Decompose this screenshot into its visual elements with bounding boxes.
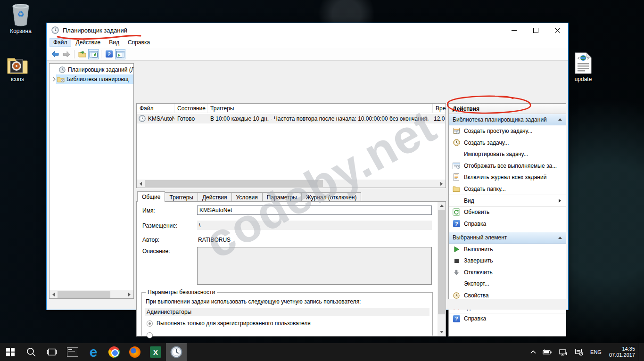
- action-label: Включить журнал всех заданий: [464, 174, 546, 180]
- help-toolbar-icon[interactable]: ?: [104, 49, 114, 59]
- scroll-right-button[interactable]: [438, 180, 446, 188]
- action-label: Создать задачу...: [464, 139, 509, 146]
- task-scheduler-taskbar-button[interactable]: [166, 343, 187, 361]
- action-enable-all-tasks-history[interactable]: Включить журнал всех заданий: [449, 172, 566, 183]
- menu-view[interactable]: Вид: [105, 38, 123, 47]
- action-label: Создать простую задачу...: [464, 128, 532, 134]
- refresh-icon: [452, 208, 461, 216]
- language-indicator[interactable]: ENG: [590, 349, 602, 355]
- action-end[interactable]: Завершить: [449, 255, 566, 267]
- tree-root-node[interactable]: Планировщик заданий (Лок: [50, 65, 133, 74]
- scroll-down-button[interactable]: [438, 328, 446, 336]
- task-view-button[interactable]: [41, 343, 62, 361]
- scrollbar-thumb[interactable]: [438, 210, 445, 314]
- menu-help[interactable]: Справка: [124, 38, 154, 47]
- tab-settings[interactable]: Параметры: [262, 192, 302, 202]
- clock[interactable]: 14:35 07.01.2017: [609, 346, 635, 358]
- create-basic-task-icon: [452, 127, 461, 135]
- action-create-task[interactable]: Создать задачу...: [449, 137, 566, 149]
- action-help-library[interactable]: ? Справка: [449, 218, 566, 230]
- action-view[interactable]: Вид: [449, 195, 566, 206]
- section-header-label: Библиотека планировщика заданий: [453, 116, 547, 123]
- run-only-logged-on-radio-row[interactable]: Выполнять только для зарегистрированного…: [147, 320, 311, 327]
- command-prompt-button[interactable]: [62, 343, 83, 361]
- action-import-task[interactable]: Импортировать задачу...: [449, 148, 566, 160]
- action-create-basic-task[interactable]: Создать простую задачу...: [449, 125, 566, 137]
- submenu-arrow-icon: [559, 199, 561, 203]
- action-export[interactable]: Экспорт...: [449, 278, 566, 290]
- clock-date: 07.01.2017: [609, 352, 635, 358]
- scrollbar-thumb[interactable]: [145, 180, 323, 187]
- title-bar[interactable]: Планировщик заданий: [47, 23, 568, 37]
- maximize-button[interactable]: [525, 23, 546, 37]
- column-header-state[interactable]: Состояние: [174, 104, 207, 113]
- collapse-caret-icon[interactable]: [558, 118, 562, 121]
- action-help-selected[interactable]: ? Справка: [449, 313, 566, 325]
- desktop-icon-icons-folder[interactable]: icons: [1, 51, 34, 82]
- selected-item-section-header[interactable]: Выбранный элемент: [449, 232, 566, 244]
- scrollbar-thumb[interactable]: [58, 291, 110, 298]
- scroll-up-button[interactable]: [438, 202, 446, 210]
- task-name-input[interactable]: [197, 205, 432, 215]
- desktop-icon-label: update: [568, 76, 599, 82]
- tray-overflow-chevron-icon[interactable]: [530, 350, 536, 354]
- action-disable[interactable]: Отключить: [449, 267, 566, 279]
- show-hide-console-tree-icon[interactable]: [88, 49, 99, 59]
- show-hide-action-pane-icon[interactable]: [115, 49, 125, 59]
- disable-icon: [452, 269, 461, 276]
- firefox-button[interactable]: [124, 343, 145, 361]
- scroll-right-button[interactable]: [125, 290, 133, 298]
- list-horizontal-scrollbar[interactable]: [137, 180, 446, 188]
- radio-button-icon[interactable]: [147, 320, 153, 327]
- minimize-button[interactable]: [503, 23, 525, 37]
- back-icon[interactable]: [50, 49, 60, 59]
- action-new-folder[interactable]: Создать папку...: [449, 183, 566, 195]
- tab-actions[interactable]: Действия: [198, 192, 232, 202]
- task-scheduler-icon: [170, 346, 182, 358]
- start-button[interactable]: [0, 343, 21, 361]
- forward-icon[interactable]: [61, 49, 72, 59]
- column-header-time[interactable]: Вре: [433, 104, 446, 113]
- action-refresh[interactable]: Обновить: [449, 206, 566, 218]
- action-center-icon[interactable]: [575, 348, 583, 356]
- column-header-triggers[interactable]: Триггеры: [207, 104, 433, 113]
- detail-vertical-scrollbar[interactable]: [438, 202, 446, 336]
- scroll-left-button[interactable]: [50, 290, 58, 298]
- battery-icon[interactable]: [543, 349, 552, 355]
- collapse-caret-icon[interactable]: [558, 237, 562, 239]
- network-icon[interactable]: [559, 349, 568, 356]
- tree-horizontal-scrollbar[interactable]: [50, 290, 133, 298]
- html-document-icon: [568, 51, 599, 74]
- library-section-header[interactable]: Библиотека планировщика заданий: [449, 114, 566, 125]
- edge-button[interactable]: e: [83, 343, 104, 361]
- search-button[interactable]: [21, 343, 41, 361]
- excel-button[interactable]: X: [145, 343, 166, 361]
- radio-button-icon[interactable]: [147, 332, 153, 338]
- toolbar-separator: [74, 50, 74, 58]
- expander-chevron-icon[interactable]: [52, 77, 56, 82]
- column-header-file[interactable]: Файл: [137, 104, 174, 113]
- action-run[interactable]: Выполнить: [449, 244, 566, 255]
- clock-time: 14:35: [609, 346, 635, 352]
- action-display-running-tasks[interactable]: Отображать все выполняемые за...: [449, 160, 566, 172]
- tree-library-node[interactable]: Библиотека планировщ: [50, 74, 133, 84]
- desktop-icon-recycle-bin[interactable]: ♻ Корзина: [3, 3, 39, 34]
- show-desktop-button[interactable]: [639, 343, 641, 361]
- menu-action[interactable]: Действие: [72, 38, 105, 47]
- chrome-button[interactable]: [104, 343, 124, 361]
- desktop-icon-update[interactable]: update: [568, 51, 599, 82]
- location-label: Размещение:: [142, 222, 177, 229]
- task-row-kmsautonet[interactable]: KMSAutoNet Готово В 10:00 каждые 10 дн. …: [137, 114, 445, 123]
- menu-file[interactable]: Файл: [50, 38, 71, 47]
- desktop-icon-label: Корзина: [3, 28, 39, 34]
- tab-conditions[interactable]: Условия: [231, 192, 263, 202]
- excel-icon: X: [150, 346, 161, 358]
- close-button[interactable]: [546, 23, 568, 37]
- tab-triggers[interactable]: Триггеры: [165, 192, 198, 202]
- tab-general[interactable]: Общие: [137, 191, 165, 202]
- scroll-left-button[interactable]: [137, 180, 145, 188]
- task-description-textarea[interactable]: [197, 247, 432, 285]
- tab-history[interactable]: Журнал (отключен): [301, 192, 362, 202]
- toolbar-separator: [101, 50, 101, 58]
- export-list-icon[interactable]: [77, 49, 87, 59]
